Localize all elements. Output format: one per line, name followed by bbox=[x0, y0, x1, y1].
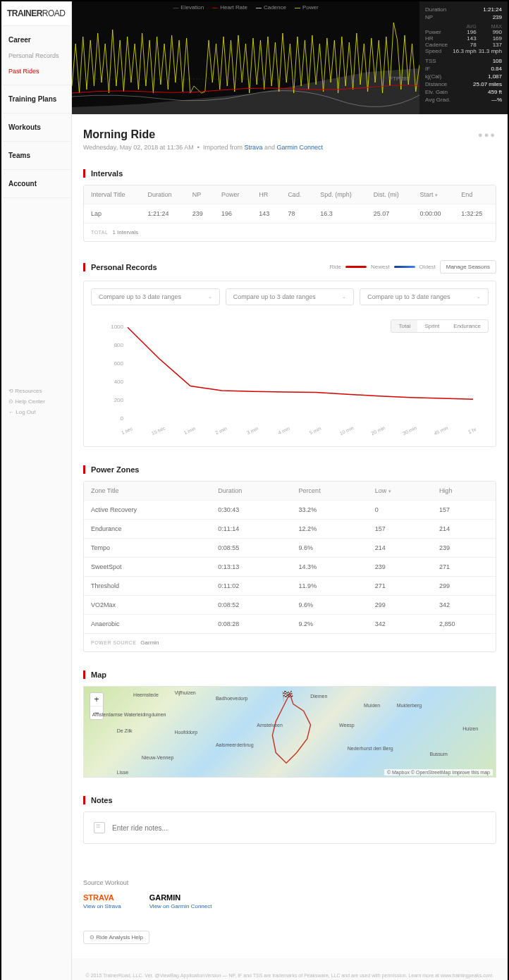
legend-elevation[interactable]: Elevation bbox=[173, 4, 204, 11]
pr-tab-sprint[interactable]: Sprint bbox=[417, 320, 446, 332]
stat-grad-label: Avg Grad. bbox=[425, 97, 450, 103]
col-zone-high[interactable]: High bbox=[432, 482, 496, 501]
stat-speed-max: 31.3 mph bbox=[477, 48, 502, 54]
stat-hr-max: 169 bbox=[477, 35, 502, 42]
map-place-label: Heemstede bbox=[133, 692, 159, 697]
interval-row[interactable]: Lap 1:21:24 239 196 143 78 16.3 25.07 0:… bbox=[84, 204, 496, 223]
ride-chart[interactable]: Elevation Heart Rate Cadence Power FTP 2… bbox=[72, 1, 419, 114]
col-duration[interactable]: Duration bbox=[140, 185, 185, 204]
legend-heart-rate[interactable]: Heart Rate bbox=[212, 4, 247, 11]
copyright: © 2015 TrainerRoad, LLC. Ver. @ViewBag.A… bbox=[72, 958, 508, 980]
map-title: Map bbox=[83, 670, 106, 679]
stats-panel: Duration1:21:24 NP239 AVGMAX Power196990… bbox=[419, 1, 508, 114]
sort-caret-icon: ▾ bbox=[388, 489, 391, 494]
stat-np: 239 bbox=[493, 14, 502, 20]
zone-row[interactable]: Endurance0:11:1412.2%157214 bbox=[84, 520, 496, 539]
map-place-label: Nieuw-Vennep bbox=[142, 755, 174, 760]
map-place-label: Amsterdamse Waterleidingduinen bbox=[92, 712, 166, 717]
nav-teams[interactable]: Teams bbox=[1, 147, 71, 164]
col-interval-title[interactable]: Interval Title bbox=[84, 185, 140, 204]
strava-link[interactable]: Strava bbox=[244, 144, 262, 151]
zone-row[interactable]: SweetSpot0:13:1314.3%239271 bbox=[84, 558, 496, 577]
nav-personal-records[interactable]: Personal Records bbox=[1, 48, 71, 63]
nav-logout[interactable]: ← Log Out bbox=[1, 407, 71, 417]
sidebar-footer: ⟲ Resources ⊙ Help Center ← Log Out bbox=[1, 381, 71, 422]
col-zone-low[interactable]: Low ▾ bbox=[368, 482, 432, 501]
stat-kj-label: kj(Cal) bbox=[425, 73, 441, 80]
col-zone-duration[interactable]: Duration bbox=[211, 482, 291, 501]
svg-text:2 min: 2 min bbox=[214, 426, 228, 436]
col-spd[interactable]: Spd. (mph) bbox=[313, 185, 367, 204]
source-title: Source Workout bbox=[83, 879, 496, 886]
svg-text:5 min: 5 min bbox=[309, 426, 322, 436]
pr-dropdown-1[interactable]: Compare up to 3 date ranges⌄ bbox=[91, 288, 220, 305]
stat-distance-label: Distance bbox=[425, 81, 447, 87]
col-power[interactable]: Power bbox=[214, 185, 252, 204]
zone-row[interactable]: Active Recovery0:30:4333.2%0157 bbox=[84, 501, 496, 520]
svg-text:15 sec: 15 sec bbox=[151, 425, 166, 436]
nav-help[interactable]: ⊙ Help Center bbox=[1, 396, 71, 407]
col-np[interactable]: NP bbox=[185, 185, 214, 204]
garmin-logo: GARMIN bbox=[149, 893, 212, 902]
pr-legend-newest: Newest bbox=[371, 264, 390, 270]
nav-resources[interactable]: ⟲ Resources bbox=[1, 386, 71, 396]
nav-workouts[interactable]: Workouts bbox=[1, 119, 71, 135]
svg-text:20 min: 20 min bbox=[370, 425, 386, 436]
svg-text:1 sec: 1 sec bbox=[121, 426, 134, 436]
stat-np-label: NP bbox=[425, 14, 433, 20]
notes-container bbox=[83, 811, 496, 844]
map[interactable]: + − 🏁 HeemstedeVijfhuizenBadhoevedorpDie… bbox=[83, 686, 496, 778]
stat-duration: 1:21:24 bbox=[483, 6, 502, 13]
zone-row[interactable]: Threshold0:11:0211.9%271299 bbox=[84, 577, 496, 596]
garmin-link[interactable]: Garmin Connect bbox=[277, 144, 324, 151]
stat-power-avg: 196 bbox=[450, 29, 476, 35]
note-icon bbox=[94, 822, 105, 833]
map-attribution[interactable]: © Mapbox © OpenStreetMap Improve this ma… bbox=[384, 769, 493, 776]
svg-text:200: 200 bbox=[114, 397, 124, 403]
view-on-strava-link[interactable]: View on Strava bbox=[83, 903, 121, 909]
pr-legend-ride: Ride bbox=[329, 264, 341, 270]
stat-if-label: IF bbox=[425, 66, 430, 72]
zone-row[interactable]: Tempo0:08:559.6%214239 bbox=[84, 539, 496, 558]
col-zone-percent[interactable]: Percent bbox=[292, 482, 368, 501]
stat-elev-label: Elv. Gain bbox=[425, 89, 448, 95]
more-menu-icon[interactable]: ●●● bbox=[478, 130, 496, 139]
view-on-garmin-link[interactable]: View on Garmin Connect bbox=[149, 903, 212, 909]
legend-power[interactable]: Power bbox=[295, 4, 319, 11]
map-zoom-in[interactable]: + bbox=[90, 693, 103, 706]
manage-seasons-button[interactable]: Manage Seasons bbox=[440, 260, 496, 274]
stat-avg-header: AVG bbox=[450, 24, 476, 29]
svg-text:1000: 1000 bbox=[111, 324, 123, 330]
logo[interactable]: TRAINERROAD bbox=[1, 1, 71, 26]
notes-title: Notes bbox=[83, 796, 113, 804]
pr-dropdown-2[interactable]: Compare up to 3 date ranges⌄ bbox=[226, 288, 355, 305]
legend-cadence[interactable]: Cadence bbox=[256, 4, 286, 11]
zone-row[interactable]: Anaerobic0:08:289.2%3422,850 bbox=[84, 615, 496, 634]
col-hr[interactable]: HR bbox=[252, 185, 281, 204]
col-start[interactable]: Start ▾ bbox=[413, 185, 455, 204]
notes-input[interactable] bbox=[112, 824, 486, 832]
ride-analysis-help-button[interactable]: ⊙ Ride Analysis Help bbox=[83, 931, 149, 944]
logo-thin: ROAD bbox=[42, 8, 66, 18]
col-end[interactable]: End bbox=[454, 185, 496, 204]
col-cad[interactable]: Cad. bbox=[281, 185, 313, 204]
nav-training-plans[interactable]: Training Plans bbox=[1, 91, 71, 107]
map-place-label: Nederhorst den Berg bbox=[348, 746, 393, 751]
pr-chart[interactable]: Total Sprint Endurance 02004006008001000… bbox=[91, 319, 489, 439]
stat-cadence-avg: 78 bbox=[450, 42, 476, 48]
map-flag-icon: 🏁 bbox=[281, 690, 293, 702]
pr-legend: Ride Newest Oldest Manage Seasons bbox=[329, 260, 496, 274]
svg-text:10 min: 10 min bbox=[339, 425, 355, 436]
col-dist[interactable]: Dist. (mi) bbox=[367, 185, 413, 204]
pr-dropdown-3[interactable]: Compare up to 3 date ranges⌄ bbox=[360, 288, 489, 305]
nav-account[interactable]: Account bbox=[1, 176, 71, 192]
pr-tab-endurance[interactable]: Endurance bbox=[446, 320, 488, 332]
col-zone-title[interactable]: Zone Title bbox=[84, 482, 211, 501]
map-place-label: Hoofddorp bbox=[174, 730, 197, 735]
nav-career[interactable]: Career bbox=[1, 32, 71, 48]
zone-row[interactable]: VO2Max0:08:529.6%299342 bbox=[84, 596, 496, 615]
nav-past-rides[interactable]: Past Rides bbox=[1, 63, 71, 79]
pr-tab-total[interactable]: Total bbox=[391, 320, 417, 332]
stat-cadence-label: Cadence bbox=[425, 42, 450, 48]
intervals-table: Interval Title Duration NP Power HR Cad.… bbox=[84, 185, 496, 223]
